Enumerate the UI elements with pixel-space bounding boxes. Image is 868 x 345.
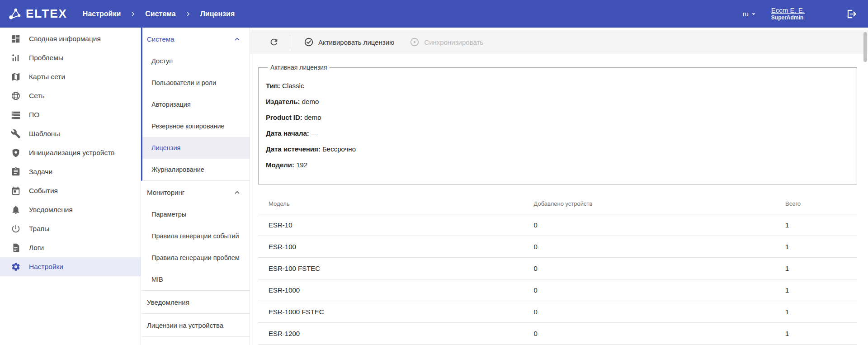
brand-text: ELTEX	[26, 7, 67, 21]
submenu-section: СистемаДоступПользователи и ролиАвториза…	[141, 28, 250, 181]
submenu-item-label: Правила генерации событий	[151, 232, 239, 240]
active-license-panel: Активная лицензия Тип: ClassicИздатель: …	[258, 64, 857, 184]
submenu-section: МониторингПараметрыПравила генерации соб…	[141, 181, 250, 291]
sidebar-item-label: Карты сети	[29, 73, 65, 81]
activate-license-button[interactable]: Активировать лицензию	[298, 33, 400, 51]
license-field-label: Модели:	[266, 161, 294, 169]
submenu-section: Уведомления	[141, 291, 250, 314]
sidebar-item[interactable]: ПО	[0, 105, 141, 124]
table-cell: 0	[534, 323, 786, 345]
language-selector[interactable]: ru	[742, 10, 757, 18]
table-row[interactable]: ESR-120001	[258, 323, 857, 345]
refresh-button[interactable]	[266, 34, 282, 50]
user-menu[interactable]: Eccm E. E. SuperAdmin	[771, 6, 805, 22]
table-cell: 1	[785, 258, 857, 279]
table-cell: ESR-100	[258, 236, 534, 258]
submenu-item-label: Резервное копирование	[151, 123, 225, 130]
vertical-scrollbar[interactable]	[863, 29, 867, 343]
license-field-value: Classic	[282, 82, 304, 90]
bell-icon	[11, 205, 21, 215]
submenu-section-label: Система	[147, 35, 174, 43]
table-cell: ESR-1000 FSTEC	[258, 301, 534, 323]
submenu-item[interactable]: Правила генерации проблем	[142, 247, 250, 269]
license-field-label: Дата истечения:	[266, 145, 321, 153]
submenu-section-header[interactable]: Уведомления	[142, 291, 250, 313]
submenu-item-label: Пользователи и роли	[151, 79, 216, 86]
table-column-header: Модель	[258, 193, 534, 214]
breadcrumb-item[interactable]: Настройки	[83, 10, 121, 18]
sidebar-item[interactable]: Задачи	[0, 162, 141, 181]
main-sidebar: Сводная информацияПроблемыКарты сетиСеть…	[0, 28, 141, 345]
breadcrumb-item[interactable]: Система	[145, 10, 175, 18]
license-field-value: —	[311, 129, 318, 137]
map-icon	[11, 72, 21, 82]
synchronize-button[interactable]: Синхронизировать	[404, 33, 489, 51]
chevron-down-icon	[750, 10, 758, 18]
table-row[interactable]: ESR-100 FSTEC01	[258, 258, 857, 279]
submenu-item[interactable]: Пользователи и роли	[142, 72, 250, 94]
events-icon	[11, 186, 21, 196]
sidebar-item[interactable]: События	[0, 181, 141, 200]
sidebar-item-label: Задачи	[29, 168, 52, 176]
sidebar-item[interactable]: Сводная информация	[0, 29, 141, 48]
submenu-item-label: Правила генерации проблем	[151, 254, 240, 261]
table-cell: 0	[534, 258, 786, 279]
license-field-label: Product ID:	[266, 113, 302, 121]
language-label: ru	[742, 10, 748, 18]
submenu-item-label: Журналирование	[151, 166, 204, 173]
sidebar-item[interactable]: Проблемы	[0, 48, 141, 67]
tasks-icon	[11, 167, 21, 177]
sidebar-item[interactable]: Трапы	[0, 219, 141, 238]
sidebar-item[interactable]: Уведомления	[0, 200, 141, 219]
models-table: МодельДобавлено устройствВсего ESR-1001E…	[258, 193, 857, 345]
logout-button[interactable]	[844, 7, 858, 21]
table-row[interactable]: ESR-1001	[258, 214, 857, 236]
problems-icon	[11, 53, 21, 63]
sidebar-item-label: События	[29, 187, 58, 195]
submenu-item[interactable]: Лицензия	[142, 137, 250, 159]
software-icon	[11, 110, 21, 120]
eltex-logo[interactable]: ELTEX	[8, 7, 67, 21]
license-field: Дата начала: —	[266, 128, 849, 138]
submenu-section-label: Лицензии на устройства	[147, 321, 223, 329]
sidebar-item[interactable]: Шаблоны	[0, 124, 141, 143]
main-content: Активировать лицензию Синхронизировать А…	[250, 28, 868, 345]
submenu-item[interactable]: Резервное копирование	[142, 115, 250, 137]
sidebar-item-label: Сеть	[29, 92, 44, 100]
breadcrumb-item[interactable]: Лицензия	[200, 10, 235, 18]
sidebar-item-label: Сводная информация	[29, 35, 101, 43]
sidebar-item[interactable]: Инициализация устройств	[0, 143, 141, 162]
submenu-item[interactable]: Авторизация	[142, 94, 250, 115]
sidebar-item[interactable]: Логи	[0, 238, 141, 257]
submenu-section: Лицензии на устройства	[141, 314, 250, 337]
table-row[interactable]: ESR-100001	[258, 279, 857, 301]
submenu-item[interactable]: Доступ	[142, 50, 250, 72]
table-row[interactable]: ESR-10001	[258, 236, 857, 258]
sidebar-item-label: Проблемы	[29, 54, 63, 62]
table-cell: ESR-1200	[258, 323, 534, 345]
submenu-item[interactable]: Правила генерации событий	[142, 225, 250, 247]
sidebar-item[interactable]: Карты сети	[0, 67, 141, 86]
submenu-item[interactable]: Параметры	[142, 203, 250, 225]
sidebar-item[interactable]: Настройки	[0, 257, 141, 276]
table-cell: 0	[534, 279, 786, 301]
submenu-section-header[interactable]: Система	[142, 28, 250, 50]
logs-icon	[11, 243, 21, 253]
scrollbar-thumb[interactable]	[863, 32, 867, 62]
submenu-section-header[interactable]: Мониторинг	[142, 181, 250, 203]
settings-submenu: СистемаДоступПользователи и ролиАвториза…	[141, 28, 250, 345]
license-fields: Тип: ClassicИздатель: demoProduct ID: de…	[266, 81, 849, 170]
toolbar-divider	[290, 35, 290, 49]
table-row[interactable]: ESR-1000 FSTEC01	[258, 301, 857, 323]
table-cell: 0	[534, 301, 786, 323]
submenu-item[interactable]: Журналирование	[142, 159, 250, 180]
submenu-item[interactable]: MIB	[142, 269, 250, 290]
app: ELTEX НастройкиСистемаЛицензия ru Eccm E…	[0, 0, 868, 345]
submenu-item-label: Лицензия	[151, 144, 180, 151]
sidebar-item[interactable]: Сеть	[0, 86, 141, 105]
chevron-up-icon	[233, 188, 241, 197]
submenu-item-label: Параметры	[151, 211, 186, 218]
table-cell: 0	[534, 214, 786, 236]
submenu-section-header[interactable]: Лицензии на устройства	[142, 314, 250, 336]
gear-icon	[11, 262, 21, 272]
